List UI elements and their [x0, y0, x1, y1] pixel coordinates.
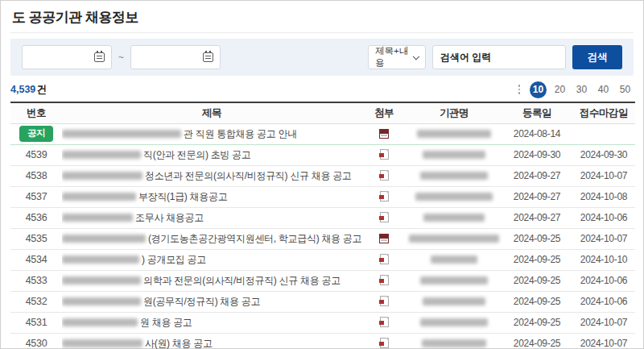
- vertical-dots-icon[interactable]: [517, 83, 522, 96]
- table-row[interactable]: 4539 직(안과 전문의) 초빙 공고 2024-09-30 2024-09-…: [10, 144, 635, 165]
- row-title-cell: 부장직(1급) 채용공고: [62, 186, 361, 207]
- row-title-link[interactable]: ) 공개모집 공고: [142, 254, 206, 265]
- table-row[interactable]: 4531 원 채용 공고 2024-09-25 2024-10-07: [10, 312, 635, 333]
- date-from-input[interactable]: [22, 45, 112, 69]
- redacted-org-name: [417, 130, 491, 138]
- row-title-link[interactable]: 직(안과 전문의) 초빙 공고: [143, 149, 251, 160]
- redacted-org-name: [420, 318, 488, 326]
- row-deadline: 2024-10-07: [572, 312, 635, 333]
- row-attachment-cell: [361, 207, 407, 228]
- pdf-file-icon[interactable]: [380, 170, 389, 181]
- row-title-cell: (경기도농촌공간광역지원센터, 학교급식) 채용 공고: [62, 228, 361, 249]
- table-row[interactable]: 4534 ) 공개모집 공고 2024-09-25 2024-10-10: [10, 249, 635, 270]
- row-title-link[interactable]: 사(원) 채용 공고: [145, 338, 213, 349]
- hwp-file-icon[interactable]: [379, 129, 389, 139]
- search-button[interactable]: 검색: [572, 45, 622, 69]
- redacted-title-prefix: [62, 214, 133, 222]
- row-title-link[interactable]: 원(공무직/정규직) 채용 공고: [143, 296, 260, 307]
- redacted-title-prefix: [62, 297, 141, 305]
- table-row[interactable]: 4532 원(공무직/정규직) 채용 공고 2024-09-25 2024-10…: [10, 291, 635, 312]
- row-deadline: 2024-10-06: [572, 207, 635, 228]
- redacted-org-name: [431, 256, 477, 264]
- row-title-link[interactable]: 의학과 전문의(의사직/비정규직) 신규 채용 공고: [143, 275, 341, 286]
- row-deadline: 2024-10-10: [572, 249, 635, 270]
- pdf-file-icon[interactable]: [380, 212, 389, 222]
- table-row[interactable]: 4533 의학과 전문의(의사직/비정규직) 신규 채용 공고 2024-09-…: [10, 270, 635, 291]
- row-attachment-cell: [361, 186, 407, 207]
- row-number: 4537: [10, 186, 62, 207]
- result-count: 4,539: [10, 84, 35, 95]
- row-attachment-cell: [361, 228, 407, 249]
- redacted-org-name: [423, 297, 485, 305]
- row-title-link[interactable]: (경기도농촌공간광역지원센터, 학교급식) 채용 공고: [148, 233, 361, 244]
- table-row[interactable]: 4537 부장직(1급) 채용공고 2024-09-27 2024-10-08: [10, 186, 635, 207]
- row-attachment-cell: [361, 249, 407, 270]
- column-header: 첨부: [361, 102, 407, 123]
- pdf-file-icon[interactable]: [380, 149, 389, 160]
- pdf-file-icon[interactable]: [380, 338, 389, 348]
- page-size-option-40[interactable]: 40: [595, 81, 612, 98]
- row-deadline: 2024-09-30: [572, 144, 635, 165]
- table-row[interactable]: 공지 관 직원 통합채용 공고 안내 2024-08-14: [10, 123, 635, 144]
- row-attachment-cell: [361, 270, 407, 291]
- table-row[interactable]: 4538 청소년과 전문의(의사직/비정규직) 신규 채용 공고 2024-09…: [10, 165, 635, 186]
- redacted-title-prefix: [62, 256, 139, 264]
- calendar-icon[interactable]: [203, 52, 213, 62]
- row-reg-date: 2024-09-27: [502, 207, 572, 228]
- page-size-option-10[interactable]: 10: [530, 81, 547, 98]
- row-title-link[interactable]: 청소년과 전문의(의사직/비정규직) 신규 채용 공고: [145, 170, 352, 181]
- search-type-selected-label: 제목+내용: [375, 45, 414, 69]
- page-size-option-50[interactable]: 50: [617, 81, 634, 98]
- row-reg-date: 2024-09-30: [502, 144, 572, 165]
- redacted-org-name: [423, 214, 485, 222]
- hwp-file-icon[interactable]: [379, 234, 389, 243]
- row-title-link[interactable]: 원 채용 공고: [140, 317, 192, 328]
- page-size-option-30[interactable]: 30: [573, 81, 590, 98]
- date-to-input[interactable]: [130, 45, 221, 69]
- date-range-separator: ~: [118, 52, 124, 63]
- search-input[interactable]: [432, 45, 566, 69]
- row-title-link[interactable]: 관 직원 통합채용 공고 안내: [184, 128, 297, 139]
- redacted-title-prefix: [62, 276, 141, 285]
- row-attachment-cell: [361, 333, 407, 349]
- pdf-file-icon[interactable]: [380, 317, 389, 327]
- row-org-cell: [407, 228, 502, 249]
- redacted-title-prefix: [62, 339, 142, 347]
- row-org-cell: [407, 165, 502, 186]
- pdf-file-icon[interactable]: [380, 191, 389, 202]
- row-title-link[interactable]: 조무사 채용공고: [135, 212, 204, 223]
- page-size-option-20[interactable]: 20: [551, 81, 568, 98]
- table-row[interactable]: 4535 (경기도농촌공간광역지원센터, 학교급식) 채용 공고 2024-09…: [10, 228, 635, 249]
- row-number: 4531: [10, 312, 62, 333]
- redacted-org-name: [423, 151, 485, 159]
- row-reg-date: 2024-09-25: [502, 312, 572, 333]
- row-org-cell: [407, 291, 502, 312]
- redacted-org-name: [420, 172, 488, 180]
- notice-badge: 공지: [19, 126, 53, 142]
- row-title-cell: 원 채용 공고: [62, 312, 361, 333]
- job-board-page: 도 공공기관 채용정보 ~ 제목+내용 검색 4,539 건 102030405…: [0, 0, 644, 349]
- row-reg-date: 2024-09-27: [502, 165, 572, 186]
- row-title-link[interactable]: 부장직(1급) 채용공고: [138, 191, 227, 202]
- row-deadline: 2024-10-07: [572, 228, 635, 249]
- table-row[interactable]: 4536 조무사 채용공고 2024-09-27 2024-10-06: [10, 207, 635, 228]
- table-header-row: 번호제목첨부기관명등록일접수마감일: [10, 102, 635, 123]
- row-number: 4530: [10, 333, 62, 349]
- chevron-down-icon: [413, 52, 419, 59]
- calendar-icon[interactable]: [94, 52, 105, 62]
- search-type-select[interactable]: 제목+내용: [368, 45, 426, 69]
- pdf-file-icon[interactable]: [380, 254, 389, 264]
- table-row[interactable]: 4530 사(원) 채용 공고 2024-09-25 2024-10-07: [10, 333, 635, 349]
- row-org-cell: [407, 123, 502, 144]
- pdf-file-icon[interactable]: [380, 275, 389, 285]
- redacted-title-prefix: [62, 193, 136, 201]
- row-deadline: 2024-10-07: [572, 165, 635, 186]
- results-bar: 4,539 건 1020304050: [10, 79, 634, 100]
- row-deadline: [572, 123, 635, 144]
- result-count-suffix: 건: [36, 83, 47, 97]
- row-title-cell: 사(원) 채용 공고: [62, 333, 361, 349]
- row-number: 4533: [10, 270, 62, 291]
- row-title-cell: 관 직원 통합채용 공고 안내: [62, 123, 361, 144]
- pdf-file-icon[interactable]: [380, 296, 389, 306]
- row-attachment-cell: [361, 291, 407, 312]
